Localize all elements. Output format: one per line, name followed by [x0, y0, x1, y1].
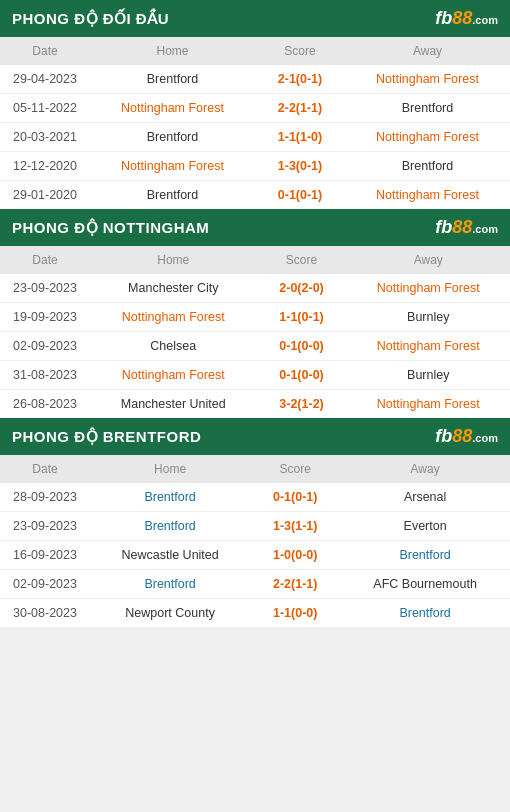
- col-header-away: Away: [340, 455, 510, 483]
- table-row: 28-09-2023Brentford0-1(0-1)Arsenal: [0, 483, 510, 512]
- cell-date: 29-01-2020: [0, 181, 90, 210]
- table-row: 31-08-2023Nottingham Forest0-1(0-0)Burnl…: [0, 361, 510, 390]
- cell-home: Brentford: [90, 181, 255, 210]
- col-header-home: Home: [90, 455, 250, 483]
- table-row: 02-09-2023Brentford2-2(1-1)AFC Bournemou…: [0, 570, 510, 599]
- table-row: 12-12-2020Nottingham Forest1-3(0-1)Brent…: [0, 152, 510, 181]
- cell-away: Brentford: [345, 94, 510, 123]
- cell-away: Nottingham Forest: [347, 390, 510, 419]
- table-row: 02-09-2023Chelsea0-1(0-0)Nottingham Fore…: [0, 332, 510, 361]
- col-header-score: Score: [250, 455, 340, 483]
- section-brentford_form: PHONG ĐỘ BRENTFORD fb88.com DateHomeScor…: [0, 418, 510, 627]
- cell-away: Nottingham Forest: [347, 274, 510, 303]
- section-nottingham_form: PHONG ĐỘ NOTTINGHAM fb88.com DateHomeSco…: [0, 209, 510, 418]
- cell-date: 02-09-2023: [0, 570, 90, 599]
- cell-away: Arsenal: [340, 483, 510, 512]
- cell-away: Nottingham Forest: [347, 332, 510, 361]
- section-head_to_head: PHONG ĐỘ ĐỐI ĐẦU fb88.com DateHomeScoreA…: [0, 0, 510, 209]
- section-header-brentford_form: PHONG ĐỘ BRENTFORD fb88.com: [0, 418, 510, 455]
- col-header-home: Home: [90, 246, 257, 274]
- cell-score: 2-0(2-0): [257, 274, 347, 303]
- cell-home: Nottingham Forest: [90, 94, 255, 123]
- table-row: 16-09-2023Newcastle United1-0(0-0)Brentf…: [0, 541, 510, 570]
- cell-date: 12-12-2020: [0, 152, 90, 181]
- table-row: 29-04-2023Brentford2-1(0-1)Nottingham Fo…: [0, 65, 510, 94]
- brand-logo: fb88.com: [435, 426, 498, 447]
- section-header-nottingham_form: PHONG ĐỘ NOTTINGHAM fb88.com: [0, 209, 510, 246]
- cell-away: Brentford: [340, 599, 510, 628]
- cell-home: Manchester City: [90, 274, 257, 303]
- table-head_to_head: DateHomeScoreAway29-04-2023Brentford2-1(…: [0, 37, 510, 209]
- cell-home: Brentford: [90, 570, 250, 599]
- table-row: 19-09-2023Nottingham Forest1-1(0-1)Burnl…: [0, 303, 510, 332]
- col-header-away: Away: [345, 37, 510, 65]
- cell-date: 29-04-2023: [0, 65, 90, 94]
- table-nottingham_form: DateHomeScoreAway23-09-2023Manchester Ci…: [0, 246, 510, 418]
- cell-date: 23-09-2023: [0, 274, 90, 303]
- cell-score: 3-2(1-2): [257, 390, 347, 419]
- cell-away: Nottingham Forest: [345, 65, 510, 94]
- cell-score: 2-1(0-1): [255, 65, 345, 94]
- col-header-score: Score: [257, 246, 347, 274]
- cell-score: 0-1(0-0): [257, 332, 347, 361]
- col-header-away: Away: [347, 246, 510, 274]
- table-row: 23-09-2023Manchester City2-0(2-0)Notting…: [0, 274, 510, 303]
- cell-date: 19-09-2023: [0, 303, 90, 332]
- table-row: 29-01-2020Brentford0-1(0-1)Nottingham Fo…: [0, 181, 510, 210]
- cell-date: 23-09-2023: [0, 512, 90, 541]
- table-row: 20-03-2021Brentford1-1(1-0)Nottingham Fo…: [0, 123, 510, 152]
- cell-date: 30-08-2023: [0, 599, 90, 628]
- cell-score: 0-1(0-0): [257, 361, 347, 390]
- cell-date: 05-11-2022: [0, 94, 90, 123]
- col-header-date: Date: [0, 37, 90, 65]
- cell-away: AFC Bournemouth: [340, 570, 510, 599]
- cell-score: 1-3(1-1): [250, 512, 340, 541]
- brand-logo: fb88.com: [435, 8, 498, 29]
- cell-home: Brentford: [90, 483, 250, 512]
- cell-date: 16-09-2023: [0, 541, 90, 570]
- cell-away: Everton: [340, 512, 510, 541]
- cell-score: 1-3(0-1): [255, 152, 345, 181]
- cell-home: Brentford: [90, 123, 255, 152]
- cell-away: Nottingham Forest: [345, 181, 510, 210]
- cell-score: 1-1(0-0): [250, 599, 340, 628]
- cell-date: 20-03-2021: [0, 123, 90, 152]
- cell-home: Nottingham Forest: [90, 152, 255, 181]
- cell-home: Brentford: [90, 512, 250, 541]
- cell-date: 26-08-2023: [0, 390, 90, 419]
- cell-score: 0-1(0-1): [250, 483, 340, 512]
- col-header-date: Date: [0, 455, 90, 483]
- cell-score: 0-1(0-1): [255, 181, 345, 210]
- cell-home: Newport County: [90, 599, 250, 628]
- section-title-nottingham_form: PHONG ĐỘ NOTTINGHAM: [12, 219, 209, 237]
- cell-score: 1-1(1-0): [255, 123, 345, 152]
- table-row: 26-08-2023Manchester United3-2(1-2)Notti…: [0, 390, 510, 419]
- cell-home: Chelsea: [90, 332, 257, 361]
- cell-away: Brentford: [340, 541, 510, 570]
- cell-date: 28-09-2023: [0, 483, 90, 512]
- cell-away: Nottingham Forest: [345, 123, 510, 152]
- col-header-score: Score: [255, 37, 345, 65]
- col-header-date: Date: [0, 246, 90, 274]
- cell-score: 2-2(1-1): [250, 570, 340, 599]
- table-row: 30-08-2023Newport County1-1(0-0)Brentfor…: [0, 599, 510, 628]
- cell-home: Brentford: [90, 65, 255, 94]
- table-brentford_form: DateHomeScoreAway28-09-2023Brentford0-1(…: [0, 455, 510, 627]
- cell-score: 2-2(1-1): [255, 94, 345, 123]
- cell-date: 31-08-2023: [0, 361, 90, 390]
- cell-score: 1-1(0-1): [257, 303, 347, 332]
- section-header-head_to_head: PHONG ĐỘ ĐỐI ĐẦU fb88.com: [0, 0, 510, 37]
- cell-home: Nottingham Forest: [90, 361, 257, 390]
- col-header-home: Home: [90, 37, 255, 65]
- section-title-head_to_head: PHONG ĐỘ ĐỐI ĐẦU: [12, 10, 169, 28]
- cell-date: 02-09-2023: [0, 332, 90, 361]
- brand-logo: fb88.com: [435, 217, 498, 238]
- cell-home: Nottingham Forest: [90, 303, 257, 332]
- table-row: 05-11-2022Nottingham Forest2-2(1-1)Brent…: [0, 94, 510, 123]
- cell-away: Brentford: [345, 152, 510, 181]
- cell-home: Newcastle United: [90, 541, 250, 570]
- cell-home: Manchester United: [90, 390, 257, 419]
- table-row: 23-09-2023Brentford1-3(1-1)Everton: [0, 512, 510, 541]
- cell-away: Burnley: [347, 361, 510, 390]
- cell-away: Burnley: [347, 303, 510, 332]
